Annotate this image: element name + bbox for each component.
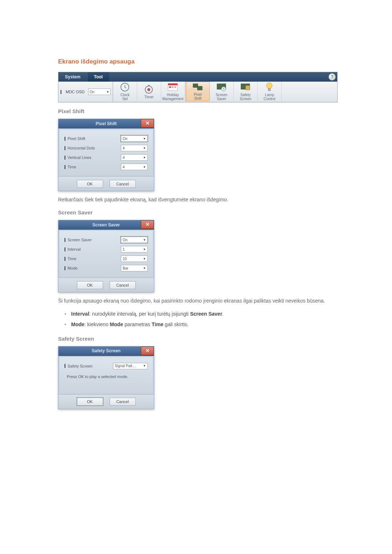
dialog-message: Press OK to play a selected mode. (65, 371, 148, 390)
svg-point-15 (266, 83, 272, 89)
clock-icon (119, 82, 130, 92)
svg-rect-16 (268, 89, 270, 91)
svg-rect-9 (193, 84, 198, 87)
chevron-down-icon: ▼ (143, 137, 146, 140)
help-icon[interactable]: ? (328, 73, 336, 81)
safety-screen-dialog: Safety Screen ✕ Safety Screen Signal Pat… (58, 346, 154, 409)
pixel-shift-button[interactable]: Pixel Shift (186, 82, 210, 101)
chevron-down-icon: ▼ (143, 248, 146, 251)
mdc-osd-label: MDC OSD (63, 90, 86, 94)
chevron-down-icon: ▼ (106, 90, 109, 94)
safety-screen-heading: Safety Screen (58, 336, 336, 342)
safety-screen-field-label: Safety Screen (65, 364, 93, 368)
timer-icon (143, 84, 154, 94)
svg-rect-7 (172, 86, 173, 88)
mdc-osd-value: On (90, 90, 94, 94)
ok-button[interactable]: OK (77, 398, 103, 406)
tool-row: MDC OSD On ▼ Clock Set Timer (58, 82, 337, 102)
close-icon[interactable]: ✕ (141, 119, 154, 128)
svg-rect-10 (197, 86, 202, 90)
tab-row: System Tool ? (58, 72, 337, 82)
holiday-button[interactable]: Holiday Management (161, 82, 185, 101)
cancel-button[interactable]: Cancel (110, 398, 136, 406)
ok-button[interactable]: OK (77, 180, 103, 188)
holiday-label: Holiday Management (162, 93, 183, 101)
mode-select[interactable]: Bar▼ (121, 265, 148, 271)
close-icon[interactable]: ✕ (141, 220, 154, 229)
svg-rect-14 (246, 86, 250, 90)
screen-saver-select[interactable]: On▼ (121, 237, 148, 243)
chevron-down-icon: ▼ (143, 147, 146, 150)
toolbar: System Tool ? MDC OSD On ▼ Clock Set (58, 72, 338, 102)
svg-rect-3 (148, 85, 150, 86)
dialog-title: Safety Screen ✕ (58, 346, 154, 356)
vertical-lines-select[interactable]: 4▼ (121, 154, 148, 161)
pixel-shift-description: Retkarčiais šiek tiek pajudinkite ekraną… (58, 196, 336, 204)
tab-tool[interactable]: Tool (87, 72, 110, 82)
pixel-shift-select[interactable]: On▼ (121, 135, 148, 142)
horizontal-dots-label: Horizontal Dots (65, 146, 95, 150)
mdc-osd-select[interactable]: On ▼ (88, 89, 111, 95)
interval-label: Interval (65, 247, 81, 251)
svg-rect-8 (174, 86, 176, 88)
timer-label: Timer (144, 95, 154, 99)
chevron-down-icon: ▼ (143, 364, 146, 368)
screen-saver-button[interactable]: Screen Saver (210, 82, 234, 101)
screen-saver-field-label: Screen Saver (65, 238, 92, 242)
time-select[interactable]: 4▼ (121, 164, 148, 170)
chevron-down-icon: ▼ (143, 165, 146, 169)
ok-button[interactable]: OK (77, 281, 103, 289)
list-item: Mode: kiekvieno Mode parametras Time gal… (58, 321, 336, 328)
calendar-icon (167, 82, 178, 92)
screen-saver-heading: Screen Saver (58, 209, 336, 216)
time-label: Time (65, 257, 76, 261)
pixel-shift-label: Pixel Shift (194, 93, 202, 100)
clock-set-button[interactable]: Clock Set (113, 82, 137, 101)
cancel-button[interactable]: Cancel (110, 180, 136, 188)
dialog-title: Screen Saver ✕ (58, 220, 154, 230)
pixel-shift-field-label: Pixel Shift (65, 136, 85, 141)
chevron-down-icon: ▼ (143, 257, 146, 260)
safety-screen-label: Safety Screen (240, 93, 252, 101)
lamp-control-button[interactable]: Lamp Control (258, 82, 282, 101)
clock-set-label: Clock Set (121, 93, 130, 101)
chevron-down-icon: ▼ (143, 267, 146, 270)
dialog-title: Pixel Shift ✕ (58, 119, 154, 128)
svg-rect-5 (168, 83, 177, 85)
lamp-control-label: Lamp Control (264, 93, 275, 101)
pixel-shift-icon (192, 82, 203, 92)
safety-screen-icon (240, 82, 251, 92)
dialog-title-text: Pixel Shift (95, 121, 117, 126)
vertical-lines-label: Vertical Lines (65, 155, 91, 160)
safety-screen-button[interactable]: Safety Screen (234, 82, 258, 101)
section-title: Ekrano išdegimo apsauga (58, 58, 336, 65)
interval-select[interactable]: 1▼ (121, 246, 148, 253)
screen-saver-description: Ši funkcija apsaugo ekraną nuo išdegimo,… (58, 297, 336, 305)
tab-system[interactable]: System (58, 72, 87, 82)
bullet-list: Interval: nurodykite intervalą, per kurį… (58, 310, 336, 328)
mdc-osd-group: MDC OSD On ▼ (58, 82, 113, 102)
list-item: Interval: nurodykite intervalą, per kurį… (58, 310, 336, 318)
chevron-down-icon: ▼ (143, 238, 146, 242)
chevron-down-icon: ▼ (143, 156, 146, 159)
screen-saver-label: Screen Saver (216, 93, 228, 101)
timer-button[interactable]: Timer (137, 82, 161, 101)
time-label: Time (65, 165, 76, 169)
svg-point-2 (147, 88, 150, 91)
dialog-title-text: Screen Saver (92, 222, 120, 227)
time-select[interactable]: 10▼ (121, 255, 148, 262)
screen-saver-icon (216, 82, 227, 92)
lamp-icon (264, 82, 275, 92)
dialog-title-text: Safety Screen (92, 348, 121, 353)
svg-rect-6 (169, 86, 171, 88)
horizontal-dots-select[interactable]: 4▼ (121, 145, 148, 151)
screen-saver-dialog: Screen Saver ✕ Screen Saver On▼ Interval… (58, 220, 154, 292)
safety-screen-select[interactable]: Signal Patt…▼ (113, 363, 148, 369)
pixel-shift-dialog: Pixel Shift ✕ Pixel Shift On▼ Horizontal… (58, 119, 154, 191)
pixel-shift-heading: Pixel Shift (58, 108, 336, 114)
close-icon[interactable]: ✕ (141, 346, 154, 355)
cancel-button[interactable]: Cancel (110, 281, 136, 289)
mode-label: Mode (65, 266, 78, 270)
